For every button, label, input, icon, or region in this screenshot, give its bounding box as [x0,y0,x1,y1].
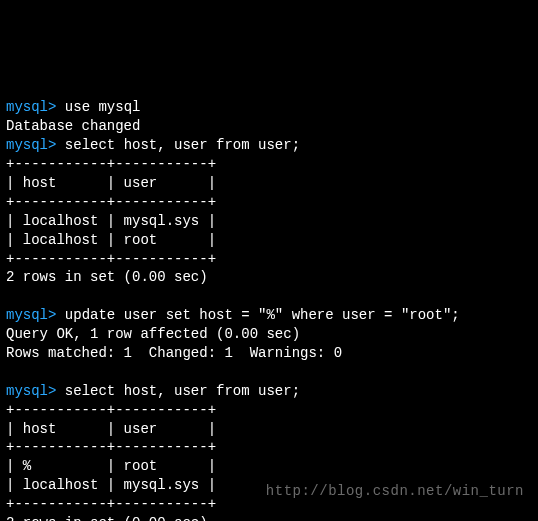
table-border: +-----------+-----------+ [6,194,216,210]
table-border: +-----------+-----------+ [6,402,216,418]
table-row: | localhost | root | [6,232,216,248]
watermark: http://blog.csdn.net/win_turn [266,482,524,501]
mysql-prompt: mysql> [6,137,56,153]
output-rows-in-set: 2 rows in set (0.00 sec) [6,269,208,285]
table-header: | host | user | [6,421,216,437]
command-update: update user set host = "%" where user = … [56,307,459,323]
table-border: +-----------+-----------+ [6,439,216,455]
table-header: | host | user | [6,175,216,191]
table-border: +-----------+-----------+ [6,251,216,267]
command-use-mysql: use mysql [56,99,140,115]
table-border: +-----------+-----------+ [6,496,216,512]
mysql-prompt: mysql> [6,307,56,323]
output-query-ok: Query OK, 1 row affected (0.00 sec) [6,326,300,342]
output-db-changed: Database changed [6,118,140,134]
output-rows-in-set: 2 rows in set (0.00 sec) [6,515,208,521]
table-row: | localhost | mysql.sys | [6,477,216,493]
command-select-2: select host, user from user; [56,383,300,399]
mysql-prompt: mysql> [6,383,56,399]
table-row: | localhost | mysql.sys | [6,213,216,229]
mysql-prompt: mysql> [6,99,56,115]
table-border: +-----------+-----------+ [6,156,216,172]
terminal: mysql> use mysql Database changed mysql>… [6,80,532,521]
table-row: | % | root | [6,458,216,474]
command-select-1: select host, user from user; [56,137,300,153]
output-rows-matched: Rows matched: 1 Changed: 1 Warnings: 0 [6,345,342,361]
